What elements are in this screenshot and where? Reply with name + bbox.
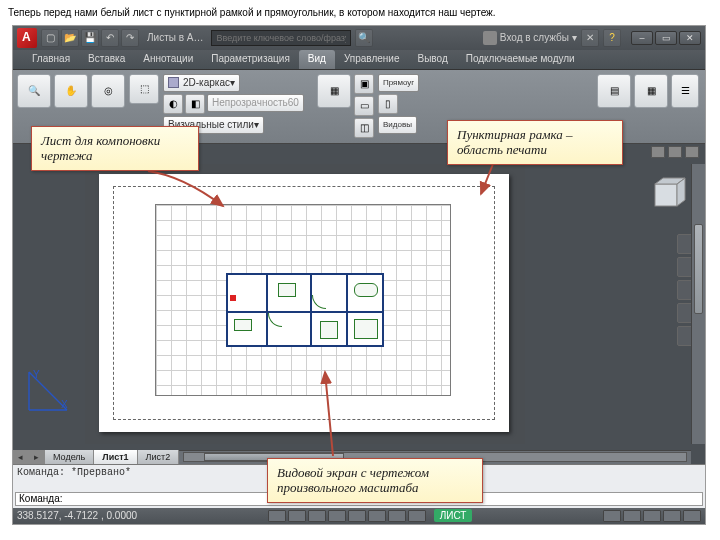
avatar-icon xyxy=(483,31,497,45)
opacity-field[interactable]: Непрозрачность60 xyxy=(207,94,304,112)
workspace-icon[interactable] xyxy=(623,510,641,522)
restore-viewport-icon[interactable]: ◫ xyxy=(354,118,374,138)
pan-icon[interactable]: ✋ xyxy=(54,74,88,108)
vertical-scrollbar[interactable] xyxy=(691,164,705,444)
help-search-input[interactable] xyxy=(211,30,351,46)
close-button[interactable]: ✕ xyxy=(679,31,701,45)
viewport-config-icon[interactable]: ▦ xyxy=(317,74,351,108)
ribbon-tabs: Главная Вставка Аннотации Параметризация… xyxy=(13,50,705,70)
annotation-scale-icon[interactable] xyxy=(603,510,621,522)
floor-plan-drawing xyxy=(226,273,384,347)
edge-style-icon[interactable]: ◧ xyxy=(185,94,205,114)
undo-icon[interactable]: ↶ xyxy=(101,29,119,47)
orbit-icon[interactable]: ◎ xyxy=(91,74,125,108)
search-icon[interactable]: 🔍 xyxy=(355,29,373,47)
tab-output[interactable]: Вывод xyxy=(409,50,457,69)
view-cube[interactable] xyxy=(645,174,691,220)
join-viewport-icon[interactable]: ▭ xyxy=(354,96,374,116)
tab-insert[interactable]: Вставка xyxy=(79,50,134,69)
doc-min-button[interactable] xyxy=(651,146,665,158)
ortho-toggle[interactable] xyxy=(308,510,326,522)
layout-canvas[interactable] xyxy=(85,164,525,444)
viewports-label[interactable]: Видовы xyxy=(378,116,417,134)
titlebar: ▢ 📂 💾 ↶ ↷ Листы в A… 🔍 Вход в службы ▾ ✕… xyxy=(13,26,705,50)
tab-scroll-right-icon[interactable]: ▸ xyxy=(29,450,45,464)
paper-sheet xyxy=(99,174,509,432)
new-icon[interactable]: ▢ xyxy=(41,29,59,47)
properties-palette-icon[interactable]: ▤ xyxy=(597,74,631,108)
document-title: Листы в A… xyxy=(147,32,203,43)
tab-manage[interactable]: Управление xyxy=(335,50,409,69)
model-tab[interactable]: Модель xyxy=(45,450,94,464)
tab-plugins[interactable]: Подключаемые модули xyxy=(457,50,584,69)
callout-viewport: Видовой экран с чертежом произвольного м… xyxy=(267,458,483,503)
chevron-down-icon: ▾ xyxy=(572,32,577,43)
redo-icon[interactable]: ↷ xyxy=(121,29,139,47)
save-icon[interactable]: 💾 xyxy=(81,29,99,47)
otrack-toggle[interactable] xyxy=(368,510,386,522)
sheet-set-icon[interactable]: ▦ xyxy=(634,74,668,108)
lineweight-toggle[interactable] xyxy=(408,510,426,522)
ucs-y-label: Y xyxy=(33,369,40,380)
doc-close-button[interactable] xyxy=(685,146,699,158)
ucs-x-label: X xyxy=(61,399,68,410)
minimize-button[interactable]: – xyxy=(631,31,653,45)
maximize-button[interactable]: ▭ xyxy=(655,31,677,45)
tool-palettes-icon[interactable]: ☰ xyxy=(671,74,699,108)
login-services[interactable]: Вход в службы ▾ xyxy=(483,31,577,45)
app-logo-icon[interactable] xyxy=(17,28,37,48)
layout-badge[interactable]: ЛИСТ xyxy=(434,509,473,522)
doc-max-button[interactable] xyxy=(668,146,682,158)
face-style-icon[interactable]: ◐ xyxy=(163,94,183,114)
tab-annotate[interactable]: Аннотации xyxy=(134,50,202,69)
drawing-viewport[interactable] xyxy=(155,204,451,396)
scrollbar-thumb[interactable] xyxy=(694,224,703,314)
ucs-icon: YX xyxy=(23,364,75,416)
page-caption: Теперь перед нами белый лист с пунктирно… xyxy=(0,0,720,23)
tab-home[interactable]: Главная xyxy=(23,50,79,69)
window-controls: – ▭ ✕ xyxy=(631,31,701,45)
polar-toggle[interactable] xyxy=(328,510,346,522)
help-icon[interactable]: ? xyxy=(603,29,621,47)
autocad-window: ▢ 📂 💾 ↶ ↷ Листы в A… 🔍 Вход в службы ▾ ✕… xyxy=(12,25,706,525)
layout2-tab[interactable]: Лист2 xyxy=(138,450,180,464)
grid-toggle[interactable] xyxy=(288,510,306,522)
views-icon[interactable]: ⬚ xyxy=(129,74,159,104)
coordinates-readout: 338.5127, -4.7122 , 0.0000 xyxy=(17,510,137,521)
callout-sheet: Лист для компоновки чертежа xyxy=(31,126,199,171)
quick-access-toolbar: ▢ 📂 💾 ↶ ↷ xyxy=(41,29,139,47)
zoom-extents-icon[interactable]: 🔍 xyxy=(17,74,51,108)
clip-viewport-icon[interactable]: ▯ xyxy=(378,94,398,114)
tab-parametric[interactable]: Параметризация xyxy=(202,50,299,69)
drawing-area: YX ◂ ▸ Модель Лист1 Лист2 xyxy=(13,144,705,464)
visual-style-dropdown[interactable]: 2D-каркас▾ xyxy=(163,74,240,92)
callout-dashed: Пунктирная рамка – область печати xyxy=(447,120,623,165)
open-icon[interactable]: 📂 xyxy=(61,29,79,47)
hardware-accel-icon[interactable] xyxy=(663,510,681,522)
dynamic-input-toggle[interactable] xyxy=(388,510,406,522)
document-window-controls xyxy=(651,146,699,158)
isolate-objects-icon[interactable] xyxy=(683,510,701,522)
viewport-rect-button[interactable]: Прямоуг xyxy=(378,74,419,92)
tab-view[interactable]: Вид xyxy=(299,50,335,69)
layout1-tab[interactable]: Лист1 xyxy=(94,450,137,464)
tab-scroll-left-icon[interactable]: ◂ xyxy=(13,450,29,464)
snap-toggle[interactable] xyxy=(268,510,286,522)
lock-ui-icon[interactable] xyxy=(643,510,661,522)
login-label: Вход в службы xyxy=(500,32,569,43)
osnap-toggle[interactable] xyxy=(348,510,366,522)
named-views-icon[interactable]: ▣ xyxy=(354,74,374,94)
svg-rect-0 xyxy=(655,184,677,206)
exchange-icon[interactable]: ✕ xyxy=(581,29,599,47)
status-bar: 338.5127, -4.7122 , 0.0000 ЛИСТ xyxy=(13,508,705,524)
